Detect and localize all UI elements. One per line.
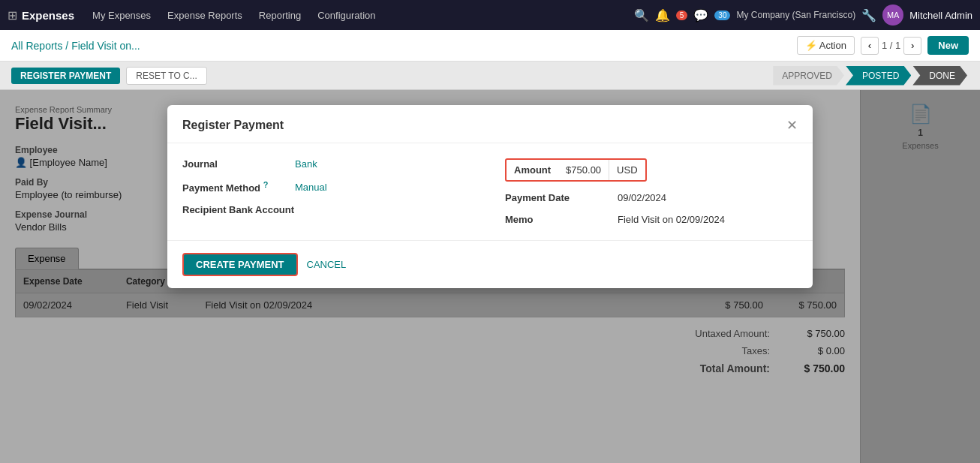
payment-date-field: Payment Date 09/02/2024	[505, 192, 798, 203]
next-page-button[interactable]: ›	[903, 37, 921, 55]
app-name: Expenses	[22, 9, 74, 22]
modal-close-button[interactable]: ✕	[786, 117, 798, 134]
currency-value[interactable]: USD	[609, 160, 645, 180]
breadcrumb: All Reports / Field Visit on...	[11, 40, 140, 52]
journal-value[interactable]: Bank	[295, 158, 317, 170]
memo-field: Memo Field Visit on 02/09/2024	[505, 214, 798, 225]
breadcrumb-parent[interactable]: All Reports	[11, 40, 62, 52]
main-nav: My Expenses Expense Reports Reporting Co…	[85, 7, 383, 24]
subheader: All Reports / Field Visit on... ⚡ Action…	[0, 30, 980, 62]
payment-date-value[interactable]: 09/02/2024	[618, 192, 666, 203]
nav-my-expenses[interactable]: My Expenses	[85, 7, 158, 24]
actionbar: REGISTER PAYMENT RESET TO C... APPROVED …	[0, 62, 980, 90]
payment-method-value[interactable]: Manual	[295, 182, 327, 193]
modal-form: Journal Bank Payment Method ? Manual Rec…	[182, 158, 798, 225]
action-button[interactable]: ⚡ Action	[797, 36, 855, 55]
recipient-field: Recipient Bank Account	[182, 204, 475, 215]
breadcrumb-sep: /	[65, 40, 71, 52]
nav-reporting[interactable]: Reporting	[251, 7, 308, 24]
breadcrumb-child: Field Visit on...	[71, 40, 140, 52]
recipient-label: Recipient Bank Account	[182, 204, 294, 215]
amount-group: Amount $750.00 USD	[505, 158, 647, 182]
modal-title: Register Payment	[182, 119, 284, 132]
register-payment-modal: Register Payment ✕ Journal Bank Payment …	[167, 105, 813, 288]
pipeline-posted[interactable]: POSTED	[846, 66, 911, 86]
avatar[interactable]: MA	[882, 5, 903, 26]
prev-page-button[interactable]: ‹	[861, 37, 879, 55]
new-button[interactable]: New	[927, 36, 969, 55]
journal-label: Journal	[182, 158, 287, 170]
reset-button[interactable]: RESET TO C...	[126, 67, 206, 85]
amount-value[interactable]: $750.00	[558, 160, 609, 180]
memo-label: Memo	[505, 214, 610, 225]
status-pipeline: APPROVED POSTED DONE	[773, 66, 969, 86]
nav-configuration[interactable]: Configuration	[310, 7, 383, 24]
pipeline-done[interactable]: DONE	[912, 66, 967, 86]
register-payment-button[interactable]: REGISTER PAYMENT	[11, 68, 120, 84]
journal-field: Journal Bank	[182, 158, 475, 170]
bell-icon[interactable]: 🔔	[655, 8, 670, 23]
modal-body: Journal Bank Payment Method ? Manual Rec…	[167, 143, 813, 240]
modal-header: Register Payment ✕	[167, 105, 813, 143]
search-icon[interactable]: 🔍	[634, 8, 649, 23]
page-indicator: 1 / 1	[882, 40, 900, 51]
pipeline-approved[interactable]: APPROVED	[773, 66, 844, 86]
amount-label: Amount	[507, 160, 558, 180]
amount-field: Amount $750.00 USD	[505, 158, 798, 182]
chat-icon[interactable]: 💬	[693, 8, 708, 23]
modal-footer: CREATE PAYMENT CANCEL	[167, 240, 813, 288]
topbar-right: 🔍 🔔 5 💬 30 My Company (San Francisco) 🔧 …	[634, 5, 972, 26]
memo-value[interactable]: Field Visit on 02/09/2024	[618, 214, 725, 225]
pagination: ‹ 1 / 1 ›	[861, 37, 921, 55]
main-content: Expense Report Summary Field Visit... Em…	[0, 90, 980, 463]
user-name: Mitchell Admin	[909, 10, 972, 21]
notification-badge: 5	[676, 11, 688, 20]
modal-overlay: Register Payment ✕ Journal Bank Payment …	[0, 90, 980, 463]
message-badge: 30	[714, 11, 730, 20]
company-name: My Company (San Francisco)	[736, 10, 855, 20]
nav-expense-reports[interactable]: Expense Reports	[160, 7, 250, 24]
grid-icon: ⊞	[8, 8, 17, 23]
topbar: ⊞ Expenses My Expenses Expense Reports R…	[0, 0, 980, 30]
settings-icon[interactable]: 🔧	[861, 8, 876, 23]
payment-date-label: Payment Date	[505, 192, 610, 203]
payment-method-field: Payment Method ? Manual	[182, 180, 475, 194]
cancel-button[interactable]: CANCEL	[307, 259, 347, 270]
help-icon[interactable]: ?	[263, 180, 269, 189]
create-payment-button[interactable]: CREATE PAYMENT	[182, 253, 298, 276]
subheader-right: ⚡ Action ‹ 1 / 1 › New	[797, 36, 969, 55]
payment-method-label: Payment Method ?	[182, 180, 287, 194]
